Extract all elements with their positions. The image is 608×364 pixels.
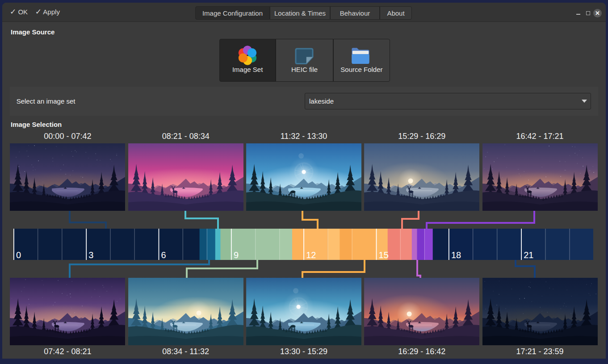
svg-text:12: 12: [306, 250, 316, 260]
svg-text:9: 9: [234, 250, 239, 260]
svg-text:0: 0: [16, 250, 21, 260]
svg-text:21: 21: [524, 250, 533, 260]
svg-text:15: 15: [379, 250, 389, 260]
svg-text:6: 6: [161, 250, 166, 260]
svg-text:18: 18: [451, 250, 461, 260]
svg-text:3: 3: [88, 250, 93, 260]
